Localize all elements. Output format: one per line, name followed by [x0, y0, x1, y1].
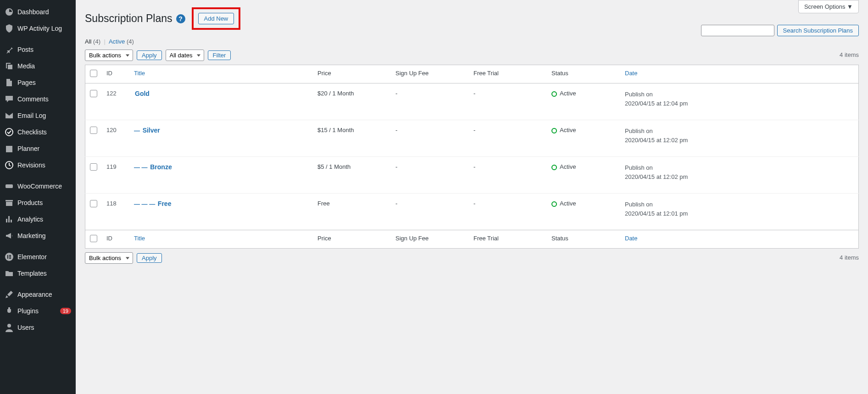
row-date-timestamp: 2020/04/15 at 12:04 pm	[625, 100, 688, 107]
row-title-prefix: —	[134, 127, 142, 134]
items-count-top: 4 items	[840, 51, 859, 58]
row-date-action: Publish on	[625, 164, 653, 171]
sidebar-item-email-log[interactable]: Email Log	[0, 107, 76, 124]
separator: |	[104, 38, 106, 45]
apply-button-top[interactable]: Apply	[137, 50, 162, 60]
sidebar-item-media[interactable]: Media	[0, 58, 76, 74]
col-footer-id: ID	[102, 230, 129, 249]
row-id: 120	[102, 120, 129, 157]
table-row: 118— — — FreeFree--ActivePublish on2020/…	[85, 194, 859, 230]
help-icon[interactable]: ?	[176, 14, 185, 23]
row-checkbox[interactable]	[90, 163, 97, 171]
sidebar-item-wp-activity-log[interactable]: WP Activity Log	[0, 20, 76, 37]
archive-icon	[5, 198, 14, 207]
woo-icon	[5, 182, 14, 191]
subscription-plans-table: ID Title Price Sign Up Fee Free Trial St…	[85, 65, 859, 249]
status-active-icon	[551, 165, 557, 170]
sidebar-item-label: WooCommerce	[17, 183, 71, 190]
sidebar-item-label: Checklists	[17, 128, 71, 136]
row-date: Publish on2020/04/15 at 12:02 pm	[620, 120, 859, 157]
table-row: 122Gold$20 / 1 Month--ActivePublish on20…	[85, 83, 859, 120]
sidebar-item-label: WP Activity Log	[17, 25, 71, 32]
sidebar-item-label: Products	[17, 199, 71, 206]
row-title-link[interactable]: Free	[158, 200, 172, 207]
sidebar-item-appearance[interactable]: Appearance	[0, 286, 76, 303]
page-icon	[5, 78, 14, 87]
sidebar-item-label: Revisions	[17, 161, 71, 169]
sidebar-item-dashboard[interactable]: Dashboard	[0, 4, 76, 20]
row-title-link[interactable]: Gold	[135, 90, 150, 97]
sidebar-item-checklists[interactable]: Checklists	[0, 124, 76, 140]
row-status: Active	[547, 157, 620, 194]
row-date: Publish on2020/04/15 at 12:01 pm	[620, 194, 859, 230]
bulk-actions-select-bottom[interactable]: Bulk actions	[85, 252, 133, 264]
apply-button-bottom[interactable]: Apply	[137, 253, 162, 263]
row-date: Publish on2020/04/15 at 12:04 pm	[620, 83, 859, 120]
row-id: 122	[102, 83, 129, 120]
bulk-actions-select[interactable]: Bulk actions	[85, 50, 133, 61]
megaphone-icon	[5, 231, 14, 240]
col-footer-fee: Sign Up Fee	[391, 230, 469, 249]
row-status: Active	[547, 194, 620, 230]
sidebar-item-elementor[interactable]: Elementor	[0, 249, 76, 265]
filter-active-link[interactable]: Active	[109, 38, 125, 45]
clock-icon	[5, 161, 14, 170]
calendar-icon	[5, 144, 14, 153]
check-icon	[5, 128, 14, 137]
search-button[interactable]: Search Subscription Plans	[777, 25, 859, 36]
col-footer-title[interactable]: Title	[129, 230, 313, 249]
sidebar-item-analytics[interactable]: Analytics	[0, 211, 76, 228]
row-price: $15 / 1 Month	[313, 120, 391, 157]
row-id: 118	[102, 194, 129, 230]
items-count-bottom: 4 items	[840, 254, 859, 261]
row-checkbox[interactable]	[90, 90, 97, 97]
filter-all-link[interactable]: All	[85, 38, 91, 45]
row-checkbox[interactable]	[90, 127, 97, 134]
status-active-icon	[551, 128, 557, 133]
filter-button[interactable]: Filter	[208, 50, 231, 60]
date-filter-select[interactable]: All dates	[166, 50, 204, 61]
sidebar-item-planner[interactable]: Planner	[0, 140, 76, 157]
row-price: $5 / 1 Month	[313, 157, 391, 194]
tablenav-bottom: Bulk actions Apply 4 items	[85, 252, 859, 264]
col-header-date[interactable]: Date	[620, 65, 859, 83]
sidebar-item-label: Marketing	[17, 232, 71, 239]
row-trial: -	[469, 194, 547, 230]
row-date-action: Publish on	[625, 201, 653, 208]
sidebar-item-products[interactable]: Products	[0, 194, 76, 211]
screen-options-toggle[interactable]: Screen Options ▼	[798, 0, 859, 13]
sidebar-item-label: Comments	[17, 95, 71, 103]
sidebar-item-templates[interactable]: Templates	[0, 265, 76, 282]
sidebar-item-plugins[interactable]: Plugins19	[0, 303, 76, 319]
sidebar-item-marketing[interactable]: Marketing	[0, 228, 76, 244]
col-footer-status: Status	[547, 230, 620, 249]
col-header-title[interactable]: Title	[129, 65, 313, 83]
svg-point-0	[6, 128, 13, 136]
sidebar-item-label: Posts	[17, 46, 71, 53]
row-title-prefix: — —	[134, 164, 149, 171]
sidebar-item-users[interactable]: Users	[0, 319, 76, 336]
sidebar-item-woocommerce[interactable]: WooCommerce	[0, 178, 76, 194]
sidebar-item-comments[interactable]: Comments	[0, 91, 76, 107]
select-all-checkbox-top[interactable]	[90, 70, 97, 77]
user-icon	[5, 323, 14, 332]
col-footer-date[interactable]: Date	[620, 230, 859, 249]
row-checkbox[interactable]	[90, 200, 97, 207]
sidebar-item-pages[interactable]: Pages	[0, 74, 76, 91]
sidebar-item-revisions[interactable]: Revisions	[0, 157, 76, 173]
sidebar-item-label: Appearance	[17, 291, 71, 298]
select-all-checkbox-bottom[interactable]	[90, 235, 97, 242]
row-status: Active	[547, 120, 620, 157]
comment-icon	[5, 94, 14, 104]
col-header-trial: Free Trial	[469, 65, 547, 83]
row-title-link[interactable]: Bronze	[150, 163, 172, 171]
row-fee: -	[391, 83, 469, 120]
row-title-link[interactable]: Silver	[143, 127, 160, 134]
row-date-timestamp: 2020/04/15 at 12:02 pm	[625, 137, 688, 144]
col-header-fee: Sign Up Fee	[391, 65, 469, 83]
sidebar-item-posts[interactable]: Posts	[0, 41, 76, 58]
row-fee: -	[391, 194, 469, 230]
row-date-action: Publish on	[625, 91, 653, 98]
search-input[interactable]	[701, 25, 774, 36]
add-new-button[interactable]: Add New	[198, 13, 234, 24]
